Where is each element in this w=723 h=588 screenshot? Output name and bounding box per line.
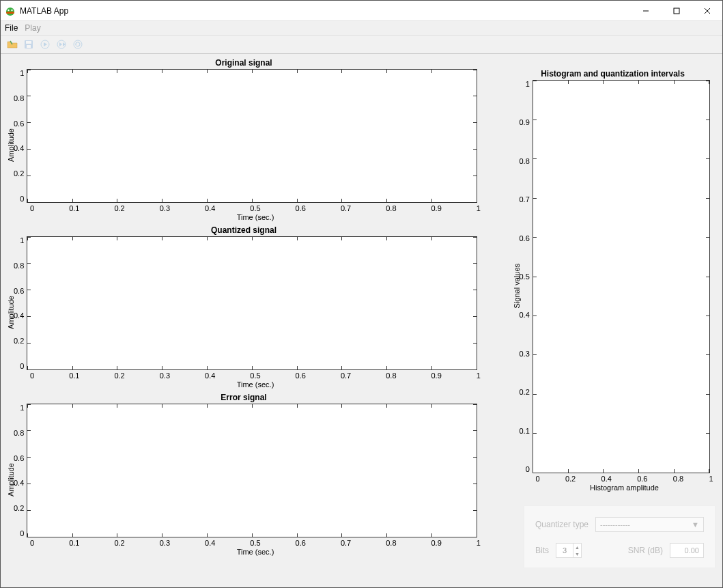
plot-quantized: Quantized signal Amplitude 1 0.8 0.6 0.4…: [5, 225, 483, 389]
plot-histogram-ylabel: Signal values: [513, 264, 521, 308]
spinner-up-icon[interactable]: ▲: [573, 544, 581, 550]
plot-quantized-xlabel: Time (sec.): [30, 380, 481, 389]
plot-error-axes[interactable]: [27, 404, 477, 537]
svg-rect-5: [674, 8, 679, 14]
play-loop-icon: [55, 38, 68, 51]
maximize-button[interactable]: [661, 1, 692, 21]
plot-quantized-yticks: 1 0.8 0.6 0.4 0.2 0: [14, 236, 27, 370]
repeat-icon: [72, 38, 84, 51]
plot-original-ylabel: Amplitude: [7, 128, 15, 162]
plot-error-yticks: 1 0.8 0.6 0.4 0.2 0: [14, 404, 27, 537]
plot-original: Original signal Amplitude 1 0.8 0.6 0.4 …: [5, 58, 483, 221]
plot-error-title: Error signal: [221, 393, 266, 402]
plot-original-yticks: 1 0.8 0.6 0.4 0.2 0: [14, 69, 27, 203]
plot-quantized-ylabel: Amplitude: [7, 296, 15, 329]
bits-spinner[interactable]: 3 ▲ ▼: [556, 543, 582, 558]
plot-error-ylabel: Amplitude: [7, 463, 15, 496]
left-column: Original signal Amplitude 1 0.8 0.6 0.4 …: [5, 58, 483, 583]
quantizer-type-label: Quantizer type: [535, 520, 589, 529]
window-title: MATLAB App: [20, 6, 630, 16]
menu-play: Play: [25, 23, 40, 33]
chevron-down-icon: ▼: [692, 520, 699, 529]
plot-error-xticks: 0 0.1 0.2 0.3 0.4 0.5 0.6 0.7 0.8 0.9 1: [30, 537, 481, 547]
quantizer-type-dropdown[interactable]: ------------ ▼: [595, 517, 704, 532]
plot-error-xlabel: Time (sec.): [30, 548, 481, 556]
plot-histogram-axes[interactable]: [533, 80, 710, 473]
plot-original-title: Original signal: [215, 58, 272, 68]
svg-point-13: [74, 40, 82, 48]
plot-original-xlabel: Time (sec.): [30, 213, 481, 221]
open-folder-icon[interactable]: [6, 38, 18, 51]
svg-point-2: [11, 9, 12, 10]
plot-quantized-xticks: 0 0.1 0.2 0.3 0.4 0.5 0.6 0.7 0.8 0.9 1: [30, 370, 481, 380]
minimize-button[interactable]: [630, 1, 661, 21]
close-button[interactable]: [692, 1, 722, 21]
plot-error: Error signal Amplitude 1 0.8 0.6 0.4 0.2…: [5, 393, 483, 556]
plot-histogram-xlabel: Histogram amplitude: [536, 484, 713, 492]
plot-quantized-axes[interactable]: [27, 236, 477, 370]
svg-rect-9: [26, 41, 31, 44]
right-column: Histogram and quantization intervals Sig…: [510, 58, 715, 583]
svg-rect-10: [27, 45, 31, 48]
play-icon: [39, 38, 51, 51]
main-content: Original signal Amplitude 1 0.8 0.6 0.4 …: [1, 54, 722, 587]
plot-original-axes[interactable]: [27, 69, 477, 203]
save-icon: [23, 38, 35, 51]
svg-rect-3: [6, 12, 14, 14]
snr-label: SNR (dB): [628, 546, 663, 555]
snr-readout: 0.00: [670, 543, 704, 558]
bits-label: Bits: [535, 546, 549, 555]
controls-panel: Quantizer type ------------ ▼ Bits 3 ▲ ▼…: [524, 505, 715, 568]
window-titlebar: MATLAB App: [1, 1, 722, 21]
plot-histogram-title: Histogram and quantization intervals: [541, 69, 685, 79]
toolbar: [1, 35, 722, 54]
spinner-down-icon[interactable]: ▼: [573, 550, 581, 557]
plot-histogram: Histogram and quantization intervals Sig…: [510, 69, 715, 492]
plot-histogram-xticks: 0 0.2 0.4 0.6 0.8 1: [536, 473, 713, 483]
plot-quantized-title: Quantized signal: [211, 225, 277, 235]
menu-file[interactable]: File: [5, 23, 18, 33]
svg-point-1: [8, 9, 9, 10]
plot-original-xticks: 0 0.1 0.2 0.3 0.4 0.5 0.6 0.7 0.8 0.9 1: [30, 203, 481, 212]
menubar: File Play: [1, 21, 722, 35]
plot-histogram-yticks: 1 0.9 0.8 0.7 0.6 0.5 0.4 0.3 0.2 0.1 0: [520, 80, 533, 473]
app-icon: [5, 5, 16, 16]
